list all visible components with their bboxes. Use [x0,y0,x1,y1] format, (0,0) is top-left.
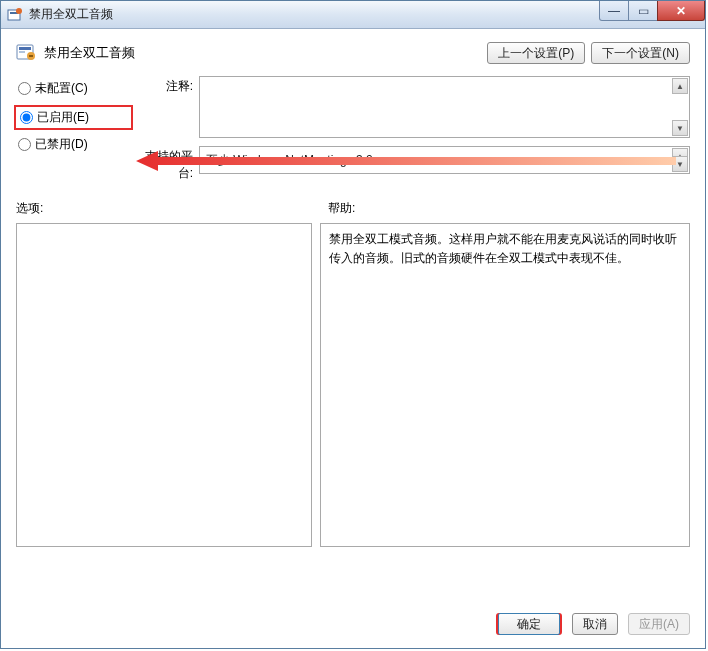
radio-disabled-label: 已禁用(D) [35,136,88,153]
window-buttons: ― ▭ ✕ [600,1,705,21]
right-fields: 注释: ▲ ▼ 支持的平台: 至少 Windows NetMeeting v3.… [135,76,690,182]
options-label: 选项: [16,200,316,217]
platform-row: 支持的平台: 至少 Windows NetMeeting v3.0 ▲ ▼ [135,146,690,182]
radio-not-configured-input[interactable] [18,82,31,95]
maximize-icon: ▭ [638,4,649,18]
radio-not-configured[interactable]: 未配置(C) [16,80,131,97]
close-icon: ✕ [676,4,686,18]
config-row: 未配置(C) 已启用(E) 已禁用(D) 注释 [16,76,690,182]
radio-disabled-input[interactable] [18,138,31,151]
dialog-window: 禁用全双工音频 ― ▭ ✕ 禁用全双工音频 上一个设置(P) 下一个设置(N) [0,0,706,649]
enabled-highlight: 已启用(E) [14,105,133,130]
prev-setting-button[interactable]: 上一个设置(P) [487,42,585,64]
help-text: 禁用全双工模式音频。这样用户就不能在用麦克风说话的同时收听传入的音频。旧式的音频… [329,232,677,265]
svg-rect-4 [19,47,31,50]
radio-not-configured-label: 未配置(C) [35,80,88,97]
ok-button-label: 确定 [498,613,560,635]
minimize-button[interactable]: ― [599,1,629,21]
comment-label: 注释: [135,76,199,138]
setting-icon [16,43,36,63]
comment-textbox[interactable]: ▲ ▼ [199,76,690,138]
svg-rect-7 [29,55,33,57]
platform-label: 支持的平台: [135,146,199,182]
app-icon [7,7,23,23]
help-label: 帮助: [328,200,355,217]
minimize-icon: ― [608,4,620,18]
setting-title: 禁用全双工音频 [44,44,487,62]
radio-enabled[interactable]: 已启用(E) [18,109,129,126]
footer-buttons: 确定 取消 应用(A) [496,613,690,635]
help-panel: 禁用全双工模式音频。这样用户就不能在用麦克风说话的同时收听传入的音频。旧式的音频… [320,223,690,547]
maximize-button[interactable]: ▭ [628,1,658,21]
titlebar[interactable]: 禁用全双工音频 ― ▭ ✕ [1,1,705,29]
svg-point-2 [16,8,22,14]
panels: 禁用全双工模式音频。这样用户就不能在用麦克风说话的同时收听传入的音频。旧式的音频… [16,223,690,547]
nav-buttons: 上一个设置(P) 下一个设置(N) [487,42,690,64]
options-panel[interactable] [16,223,312,547]
scroll-up-icon[interactable]: ▲ [672,78,688,94]
radio-disabled[interactable]: 已禁用(D) [16,136,131,153]
radio-enabled-label: 已启用(E) [37,109,89,126]
apply-button[interactable]: 应用(A) [628,613,690,635]
close-button[interactable]: ✕ [657,1,705,21]
section-labels: 选项: 帮助: [16,200,690,217]
radio-enabled-input[interactable] [20,111,33,124]
platform-textbox: 至少 Windows NetMeeting v3.0 ▲ ▼ [199,146,690,174]
svg-rect-5 [19,51,25,53]
radio-group: 未配置(C) 已启用(E) 已禁用(D) [16,76,131,182]
cancel-button[interactable]: 取消 [572,613,618,635]
next-setting-button[interactable]: 下一个设置(N) [591,42,690,64]
ok-button[interactable]: 确定 [496,613,562,635]
scroll-down-icon[interactable]: ▼ [672,156,688,172]
comment-row: 注释: ▲ ▼ [135,76,690,138]
content-area: 禁用全双工音频 上一个设置(P) 下一个设置(N) 未配置(C) 已启用(E [2,30,704,647]
scroll-down-icon[interactable]: ▼ [672,120,688,136]
platform-value: 至少 Windows NetMeeting v3.0 [200,147,689,173]
header-row: 禁用全双工音频 上一个设置(P) 下一个设置(N) [16,42,690,64]
